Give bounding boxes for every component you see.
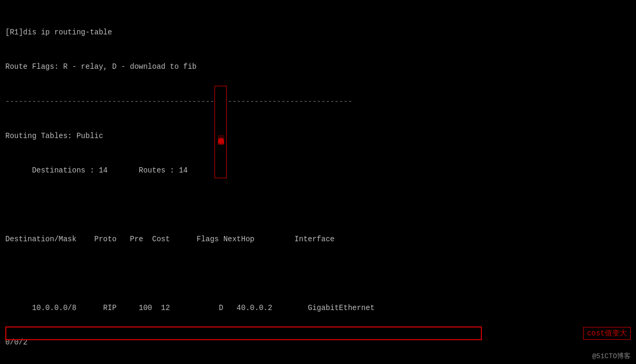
blank-line2 (5, 268, 631, 280)
destinations-routes: Destinations : 14 Routes : 14 (5, 165, 631, 177)
column-headers: Destination/Mask Proto Pre Cost Flags Ne… (5, 234, 631, 245)
vertical-annotation: 牵一发而动全身 (214, 86, 227, 178)
blank-line (5, 199, 631, 211)
command-line: [R1]dis ip routing-table (5, 27, 631, 39)
terminal-output: [R1]dis ip routing-table Route Flags: R … (0, 0, 636, 364)
row-1b: 0/0/2 (5, 337, 631, 349)
watermark: @51CTO博客 (592, 351, 631, 361)
flags-line: Route Flags: R - relay, D - download to … (5, 61, 631, 73)
cost-annotation: cost值变大 (583, 327, 631, 340)
separator-line: ----------------------------------------… (5, 96, 631, 108)
row-1: 10.0.0.0/8 RIP 100 12 D 40.0.0.2 Gigabit… (5, 303, 631, 314)
table-header: Routing Tables: Public (5, 131, 631, 142)
